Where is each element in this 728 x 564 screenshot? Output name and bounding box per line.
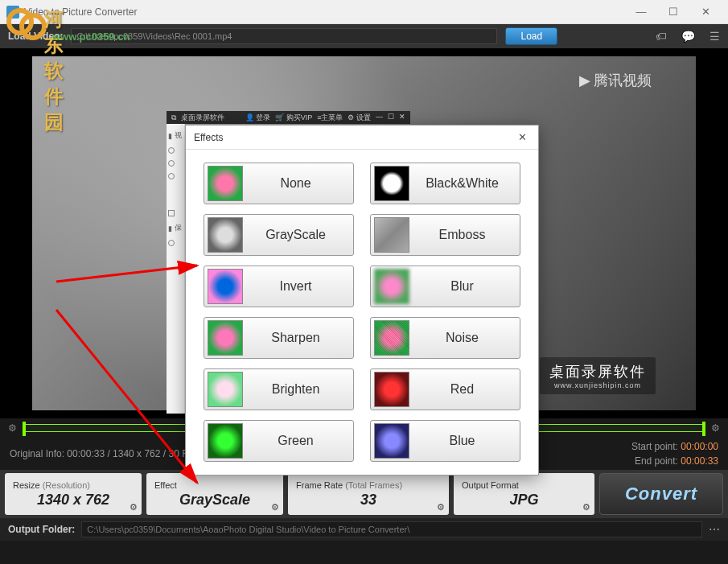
effects-grid: NoneBlack&WhiteGrayScaleEmbossInvertBlur… (186, 150, 538, 475)
br-watermark-line1: 桌面录屏软件 (549, 362, 646, 381)
effects-dialog: Effects ✕ NoneBlack&WhiteGrayScaleEmboss… (185, 125, 539, 475)
output-folder-path[interactable]: C:\Users\pc0359\Documents\AoaoPhoto Digi… (81, 521, 702, 537)
effect-option-none[interactable]: None (204, 163, 354, 204)
effect-thumb-icon (374, 217, 409, 253)
effect-option-label: Blur (416, 279, 516, 294)
effect-option-label: Noise (416, 331, 516, 345)
effect-thumb-icon (208, 372, 243, 407)
embed-screen-icon: ⧉ (171, 113, 176, 122)
effect-option-label: Green (249, 434, 350, 448)
window-titlebar: Video to Picture Converter — ☐ ✕ (0, 0, 728, 24)
effect-option-label: Emboss (416, 228, 516, 242)
load-video-label: Load Video: (8, 31, 63, 42)
format-panel[interactable]: Output Format JPG ⚙ (454, 473, 594, 515)
comment-icon[interactable]: 💬 (681, 30, 695, 43)
effect-option-emboss[interactable]: Emboss (370, 214, 520, 256)
effect-thumb-icon (208, 217, 243, 253)
timeline-start-gear-icon[interactable]: ⚙ (8, 422, 17, 434)
resize-panel[interactable]: Resize (Resolution) 1340 x 762 ⚙ (5, 473, 142, 515)
effect-option-label: Invert (249, 279, 350, 294)
effect-thumb-icon (374, 166, 409, 201)
effect-option-blue[interactable]: Blue (370, 420, 520, 462)
format-value: JPG (462, 492, 586, 508)
effect-thumb-icon (374, 423, 409, 459)
time-points: Start point: 00:00:00 End point: 00:00:3… (631, 439, 718, 468)
convert-button[interactable]: Convert (599, 473, 723, 515)
effect-option-label: Black&White (416, 176, 516, 191)
embedded-app-sidebar: ▮视 ▮保 (167, 124, 185, 414)
start-point-label: Start point: (631, 441, 678, 452)
resize-gear-icon[interactable]: ⚙ (130, 502, 138, 513)
tag-icon[interactable]: 🏷 (656, 30, 667, 43)
embed-login: 👤 登录 (245, 113, 271, 123)
video-watermark-tr-text: 腾讯视频 (594, 71, 652, 90)
settings-row: Resize (Resolution) 1340 x 762 ⚙ Effect … (0, 470, 728, 518)
app-icon (6, 6, 19, 19)
embed-vip: 🛒 购买VIP (275, 113, 312, 123)
effect-option-sharpen[interactable]: Sharpen (204, 317, 354, 359)
effect-option-green[interactable]: Green (204, 420, 354, 462)
framerate-label: Frame Rate (296, 480, 343, 490)
resize-label: Resize (13, 480, 40, 490)
end-point-value: 00:00:33 (681, 455, 718, 467)
effect-thumb-icon (208, 269, 243, 304)
effect-option-blackwhite[interactable]: Black&White (370, 163, 520, 204)
effect-option-blur[interactable]: Blur (370, 266, 520, 307)
framerate-value: 33 (296, 492, 441, 508)
effects-dialog-titlebar: Effects ✕ (186, 126, 538, 150)
embed-max: ☐ (388, 113, 394, 123)
resize-value: 1340 x 762 (13, 492, 134, 508)
embed-settings: ⚙ 设置 (348, 113, 371, 123)
embed-menu: ≡主菜单 (317, 113, 343, 123)
maximize-button[interactable]: ☐ (657, 2, 689, 22)
effect-option-label: None (249, 176, 350, 191)
effect-option-label: Red (416, 382, 516, 397)
framerate-gear-icon[interactable]: ⚙ (437, 502, 445, 513)
embed-app-title: 桌面录屏软件 (181, 113, 224, 123)
effect-option-brighten[interactable]: Brighten (204, 368, 354, 410)
effect-option-label: Blue (416, 434, 516, 448)
effect-thumb-icon (374, 372, 409, 407)
original-info: Original Info: 00:00:33 / 1340 x 762 / 3… (10, 448, 201, 459)
list-icon[interactable]: ☰ (709, 30, 720, 43)
format-label: Output Format (462, 480, 586, 490)
close-button[interactable]: ✕ (689, 2, 722, 22)
output-browse-button[interactable]: ⋯ (709, 523, 720, 536)
effect-option-noise[interactable]: Noise (370, 317, 520, 359)
effects-dialog-close-icon[interactable]: ✕ (515, 131, 530, 143)
effect-panel[interactable]: Effect GrayScale ⚙ (146, 473, 283, 515)
start-point-value: 00:00:00 (681, 441, 718, 452)
framerate-sublabel: (Total Frames) (345, 480, 402, 490)
effect-option-invert[interactable]: Invert (204, 266, 354, 307)
br-watermark-line2: www.xunjieshipin.com (549, 381, 646, 389)
effect-thumb-icon (208, 320, 243, 356)
effect-option-grayscale[interactable]: GrayScale (204, 214, 354, 256)
embedded-app-toolbar: ⧉ 桌面录屏软件 👤 登录 🛒 购买VIP ≡主菜单 ⚙ 设置 — ☐ ✕ (167, 111, 410, 124)
effect-value: GrayScale (154, 492, 275, 508)
window-title: Video to Picture Converter (24, 6, 625, 18)
effect-option-red[interactable]: Red (370, 368, 520, 410)
effect-thumb-icon (208, 166, 243, 201)
effect-gear-icon[interactable]: ⚙ (271, 502, 279, 513)
effect-option-label: Brighten (249, 382, 350, 397)
minimize-button[interactable]: — (625, 2, 657, 22)
video-watermark-bottomright: 桌面录屏软件 www.xunjieshipin.com (540, 357, 656, 394)
effect-thumb-icon (374, 269, 409, 304)
end-point-label: End point: (635, 455, 678, 467)
effect-thumb-icon (374, 320, 409, 356)
effect-thumb-icon (208, 423, 243, 459)
top-toolbar: Load Video: C:\Users\pc0359\Videos\Rec 0… (0, 24, 728, 48)
effect-label: Effect (154, 480, 275, 490)
output-folder-row: Output Folder: C:\Users\pc0359\Documents… (0, 518, 728, 541)
effect-option-label: GrayScale (249, 228, 350, 242)
resize-sublabel: (Resolution) (43, 480, 90, 490)
load-button[interactable]: Load (505, 27, 557, 45)
video-path-input[interactable]: C:\Users\pc0359\Videos\Rec 0001.mp4 (71, 28, 497, 44)
output-folder-label: Output Folder: (8, 524, 75, 535)
effect-option-label: Sharpen (249, 331, 350, 345)
timeline-end-gear-icon[interactable]: ⚙ (711, 422, 720, 434)
embed-min: — (376, 113, 383, 123)
toolbar-icons: 🏷 💬 ☰ (656, 30, 720, 43)
framerate-panel[interactable]: Frame Rate (Total Frames) 33 ⚙ (288, 473, 449, 515)
format-gear-icon[interactable]: ⚙ (582, 502, 590, 513)
